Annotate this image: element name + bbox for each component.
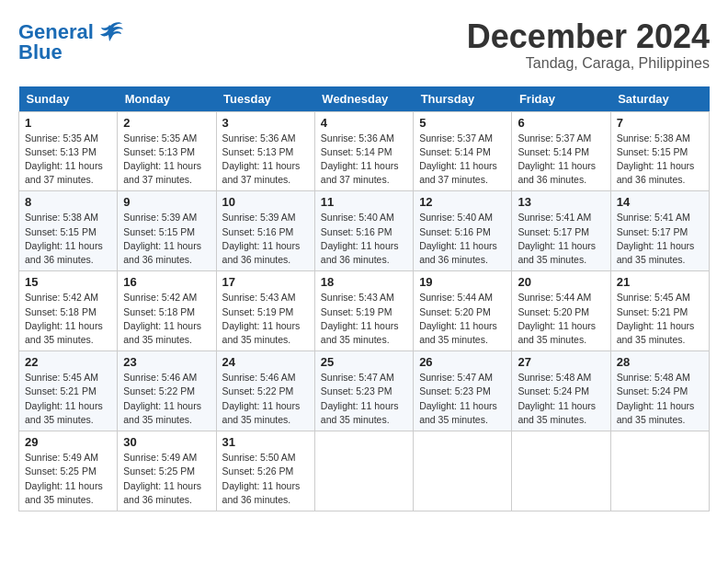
day-info: Sunrise: 5:39 AMSunset: 5:16 PMDaylight:… bbox=[222, 211, 309, 267]
day-number: 2 bbox=[123, 116, 210, 130]
day-info: Sunrise: 5:40 AMSunset: 5:16 PMDaylight:… bbox=[419, 211, 506, 267]
day-number: 10 bbox=[222, 195, 309, 209]
calendar-cell: 8Sunrise: 5:38 AMSunset: 5:15 PMDaylight… bbox=[19, 191, 118, 271]
calendar-week-row: 15Sunrise: 5:42 AMSunset: 5:18 PMDayligh… bbox=[19, 271, 710, 351]
day-info: Sunrise: 5:46 AMSunset: 5:22 PMDaylight:… bbox=[123, 371, 210, 427]
calendar-cell bbox=[512, 431, 610, 511]
logo-blue-text: Blue bbox=[18, 42, 63, 63]
day-info: Sunrise: 5:36 AMSunset: 5:14 PMDaylight:… bbox=[321, 132, 407, 188]
day-info: Sunrise: 5:41 AMSunset: 5:17 PMDaylight:… bbox=[617, 211, 703, 267]
calendar-header-row: SundayMondayTuesdayWednesdayThursdayFrid… bbox=[19, 86, 710, 112]
day-info: Sunrise: 5:42 AMSunset: 5:18 PMDaylight:… bbox=[123, 291, 210, 347]
calendar-cell: 28Sunrise: 5:48 AMSunset: 5:24 PMDayligh… bbox=[610, 351, 709, 431]
day-number: 19 bbox=[419, 275, 506, 289]
day-number: 21 bbox=[617, 275, 703, 289]
day-info: Sunrise: 5:39 AMSunset: 5:15 PMDaylight:… bbox=[123, 211, 210, 267]
day-number: 3 bbox=[222, 116, 309, 130]
calendar-cell: 3Sunrise: 5:36 AMSunset: 5:13 PMDaylight… bbox=[216, 111, 314, 191]
calendar-cell: 23Sunrise: 5:46 AMSunset: 5:22 PMDayligh… bbox=[118, 351, 216, 431]
column-header-monday: Monday bbox=[118, 86, 216, 112]
calendar-cell: 29Sunrise: 5:49 AMSunset: 5:25 PMDayligh… bbox=[19, 431, 118, 511]
day-number: 6 bbox=[518, 116, 604, 130]
day-number: 28 bbox=[617, 355, 703, 369]
calendar-cell: 7Sunrise: 5:38 AMSunset: 5:15 PMDaylight… bbox=[610, 111, 709, 191]
day-number: 31 bbox=[222, 435, 309, 449]
day-number: 17 bbox=[222, 275, 309, 289]
day-info: Sunrise: 5:48 AMSunset: 5:24 PMDaylight:… bbox=[617, 371, 703, 427]
month-title: December 2024 bbox=[467, 18, 710, 55]
calendar-cell: 17Sunrise: 5:43 AMSunset: 5:19 PMDayligh… bbox=[216, 271, 314, 351]
day-info: Sunrise: 5:35 AMSunset: 5:13 PMDaylight:… bbox=[123, 132, 210, 188]
day-number: 30 bbox=[123, 435, 210, 449]
location: Tandag, Caraga, Philippines bbox=[467, 55, 710, 72]
day-number: 29 bbox=[25, 435, 111, 449]
calendar-cell: 10Sunrise: 5:39 AMSunset: 5:16 PMDayligh… bbox=[216, 191, 314, 271]
calendar-cell: 14Sunrise: 5:41 AMSunset: 5:17 PMDayligh… bbox=[610, 191, 709, 271]
calendar-cell: 16Sunrise: 5:42 AMSunset: 5:18 PMDayligh… bbox=[118, 271, 216, 351]
day-info: Sunrise: 5:47 AMSunset: 5:23 PMDaylight:… bbox=[419, 371, 506, 427]
day-info: Sunrise: 5:38 AMSunset: 5:15 PMDaylight:… bbox=[617, 132, 703, 188]
calendar-cell: 27Sunrise: 5:48 AMSunset: 5:24 PMDayligh… bbox=[512, 351, 610, 431]
day-number: 16 bbox=[123, 275, 210, 289]
calendar-cell: 19Sunrise: 5:44 AMSunset: 5:20 PMDayligh… bbox=[414, 271, 512, 351]
day-number: 13 bbox=[518, 195, 604, 209]
calendar-cell: 18Sunrise: 5:43 AMSunset: 5:19 PMDayligh… bbox=[314, 271, 413, 351]
day-number: 7 bbox=[617, 116, 703, 130]
day-info: Sunrise: 5:41 AMSunset: 5:17 PMDaylight:… bbox=[518, 211, 604, 267]
day-number: 25 bbox=[321, 355, 407, 369]
day-number: 5 bbox=[419, 116, 506, 130]
calendar-week-row: 1Sunrise: 5:35 AMSunset: 5:13 PMDaylight… bbox=[19, 111, 710, 191]
day-info: Sunrise: 5:49 AMSunset: 5:25 PMDaylight:… bbox=[25, 451, 111, 507]
calendar-cell bbox=[610, 431, 709, 511]
calendar-cell: 13Sunrise: 5:41 AMSunset: 5:17 PMDayligh… bbox=[512, 191, 610, 271]
day-info: Sunrise: 5:48 AMSunset: 5:24 PMDaylight:… bbox=[518, 371, 604, 427]
calendar-cell: 9Sunrise: 5:39 AMSunset: 5:15 PMDaylight… bbox=[118, 191, 216, 271]
day-number: 14 bbox=[617, 195, 703, 209]
day-number: 9 bbox=[123, 195, 210, 209]
day-number: 20 bbox=[518, 275, 604, 289]
day-info: Sunrise: 5:42 AMSunset: 5:18 PMDaylight:… bbox=[25, 291, 111, 347]
day-info: Sunrise: 5:45 AMSunset: 5:21 PMDaylight:… bbox=[25, 371, 111, 427]
day-info: Sunrise: 5:35 AMSunset: 5:13 PMDaylight:… bbox=[25, 132, 111, 188]
calendar-cell: 2Sunrise: 5:35 AMSunset: 5:13 PMDaylight… bbox=[118, 111, 216, 191]
calendar-cell: 22Sunrise: 5:45 AMSunset: 5:21 PMDayligh… bbox=[19, 351, 118, 431]
day-number: 8 bbox=[25, 195, 111, 209]
day-number: 26 bbox=[419, 355, 506, 369]
calendar-cell: 15Sunrise: 5:42 AMSunset: 5:18 PMDayligh… bbox=[19, 271, 118, 351]
column-header-wednesday: Wednesday bbox=[314, 86, 413, 112]
day-info: Sunrise: 5:37 AMSunset: 5:14 PMDaylight:… bbox=[419, 132, 506, 188]
calendar-cell: 12Sunrise: 5:40 AMSunset: 5:16 PMDayligh… bbox=[414, 191, 512, 271]
logo-bird-icon bbox=[97, 18, 124, 46]
logo-text: General bbox=[18, 22, 94, 42]
column-header-saturday: Saturday bbox=[610, 86, 709, 112]
day-info: Sunrise: 5:47 AMSunset: 5:23 PMDaylight:… bbox=[321, 371, 407, 427]
column-header-tuesday: Tuesday bbox=[216, 86, 314, 112]
day-info: Sunrise: 5:43 AMSunset: 5:19 PMDaylight:… bbox=[222, 291, 309, 347]
day-number: 4 bbox=[321, 116, 407, 130]
day-number: 27 bbox=[518, 355, 604, 369]
day-number: 23 bbox=[123, 355, 210, 369]
column-header-friday: Friday bbox=[512, 86, 610, 112]
calendar-cell: 5Sunrise: 5:37 AMSunset: 5:14 PMDaylight… bbox=[414, 111, 512, 191]
day-info: Sunrise: 5:49 AMSunset: 5:25 PMDaylight:… bbox=[123, 451, 210, 507]
calendar-week-row: 29Sunrise: 5:49 AMSunset: 5:25 PMDayligh… bbox=[19, 431, 710, 511]
day-number: 15 bbox=[25, 275, 111, 289]
calendar-table: SundayMondayTuesdayWednesdayThursdayFrid… bbox=[18, 86, 710, 511]
calendar-cell bbox=[414, 431, 512, 511]
day-info: Sunrise: 5:36 AMSunset: 5:13 PMDaylight:… bbox=[222, 132, 309, 188]
page-header: General Blue December 2024 Tandag, Carag… bbox=[18, 18, 710, 72]
day-number: 22 bbox=[25, 355, 111, 369]
calendar-week-row: 22Sunrise: 5:45 AMSunset: 5:21 PMDayligh… bbox=[19, 351, 710, 431]
calendar-cell: 11Sunrise: 5:40 AMSunset: 5:16 PMDayligh… bbox=[314, 191, 413, 271]
calendar-week-row: 8Sunrise: 5:38 AMSunset: 5:15 PMDaylight… bbox=[19, 191, 710, 271]
day-info: Sunrise: 5:38 AMSunset: 5:15 PMDaylight:… bbox=[25, 211, 111, 267]
calendar-cell: 6Sunrise: 5:37 AMSunset: 5:14 PMDaylight… bbox=[512, 111, 610, 191]
day-info: Sunrise: 5:43 AMSunset: 5:19 PMDaylight:… bbox=[321, 291, 407, 347]
calendar-cell: 21Sunrise: 5:45 AMSunset: 5:21 PMDayligh… bbox=[610, 271, 709, 351]
column-header-sunday: Sunday bbox=[19, 86, 118, 112]
calendar-cell: 25Sunrise: 5:47 AMSunset: 5:23 PMDayligh… bbox=[314, 351, 413, 431]
day-info: Sunrise: 5:46 AMSunset: 5:22 PMDaylight:… bbox=[222, 371, 309, 427]
day-number: 12 bbox=[419, 195, 506, 209]
calendar-cell: 20Sunrise: 5:44 AMSunset: 5:20 PMDayligh… bbox=[512, 271, 610, 351]
logo: General Blue bbox=[18, 18, 124, 63]
